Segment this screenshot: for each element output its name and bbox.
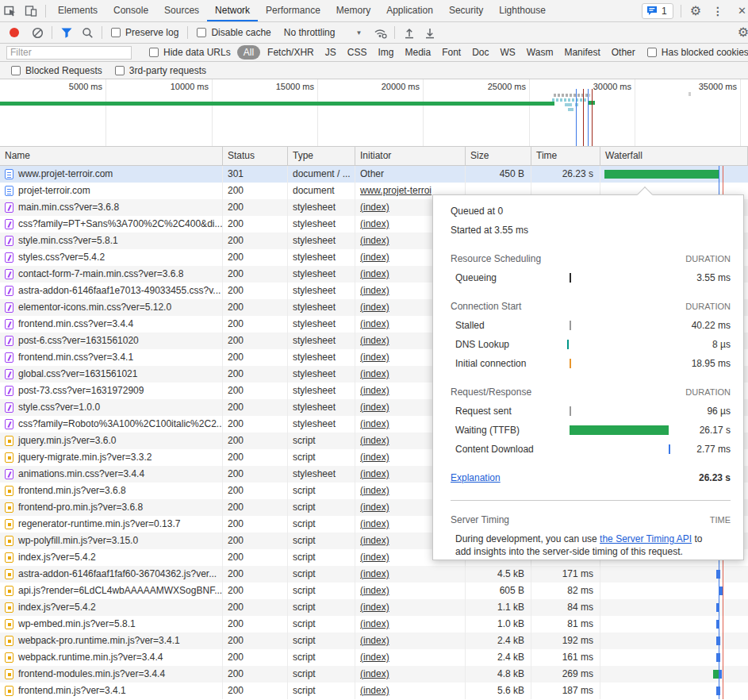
initiator-link[interactable]: (index) bbox=[360, 202, 389, 213]
clear-icon[interactable] bbox=[27, 22, 48, 43]
initiator-link[interactable]: (index) bbox=[360, 518, 389, 529]
initiator-link[interactable]: (index) bbox=[360, 385, 389, 396]
column-header-size[interactable]: Size bbox=[466, 147, 531, 165]
initiator-link[interactable]: (index) bbox=[360, 252, 389, 263]
initiator-link[interactable]: (index) bbox=[360, 568, 389, 579]
initiator-link[interactable]: (index) bbox=[360, 235, 389, 246]
column-header-time[interactable]: Time bbox=[531, 147, 600, 165]
initiator-link[interactable]: www.projet-terroi bbox=[360, 185, 432, 196]
tab-application[interactable]: Application bbox=[378, 0, 441, 21]
table-row[interactable]: frontend.min.js?ver=3.4.1200script(index… bbox=[0, 683, 748, 699]
tab-performance[interactable]: Performance bbox=[258, 0, 328, 21]
initiator-link[interactable]: (index) bbox=[360, 418, 389, 429]
type-filter-media[interactable]: Media bbox=[401, 45, 435, 60]
initiator-link[interactable]: (index) bbox=[360, 618, 389, 629]
settings-gear-icon[interactable]: ⚙ bbox=[685, 5, 706, 17]
initiator-link[interactable]: (index) bbox=[360, 685, 389, 696]
table-row[interactable]: index.js?ver=5.4.2200script(index)1.1 kB… bbox=[0, 599, 748, 616]
column-header-name[interactable]: Name bbox=[0, 147, 223, 165]
record-icon[interactable] bbox=[10, 28, 19, 37]
table-row[interactable]: api.js?render=6LdCL4wbAAAAAMWXSogBNF...2… bbox=[0, 583, 748, 599]
blocked-requests-checkbox[interactable] bbox=[11, 66, 21, 75]
initiator-link[interactable]: (index) bbox=[360, 635, 389, 646]
initiator-link[interactable]: (index) bbox=[360, 668, 389, 679]
table-row[interactable]: wp-embed.min.js?ver=5.8.1200script(index… bbox=[0, 616, 748, 633]
initiator-link[interactable]: (index) bbox=[360, 552, 389, 563]
column-header-type[interactable]: Type bbox=[288, 147, 355, 165]
column-header-status[interactable]: Status bbox=[223, 147, 288, 165]
column-header-waterfall[interactable]: Waterfall bbox=[600, 147, 748, 165]
network-settings-gear-icon[interactable]: ⚙ bbox=[733, 26, 748, 39]
initiator-link[interactable]: (index) bbox=[360, 368, 389, 379]
type-filter-doc[interactable]: Doc bbox=[468, 45, 493, 60]
server-timing-api-link[interactable]: the Server Timing API bbox=[600, 533, 692, 544]
chevron-down-icon[interactable]: ▼ bbox=[355, 29, 362, 37]
throttling-select[interactable]: No throttling bbox=[284, 27, 336, 38]
timing-value: 8 µs bbox=[712, 335, 731, 354]
close-icon[interactable]: ✕ bbox=[730, 5, 748, 17]
type-filter-css[interactable]: CSS bbox=[343, 45, 371, 60]
timing-label: Stalled bbox=[455, 316, 485, 335]
search-icon[interactable] bbox=[77, 22, 98, 43]
size-cell: 2.4 kB bbox=[466, 649, 531, 666]
has-blocked-cookies-checkbox[interactable] bbox=[647, 48, 657, 57]
type-filter-wasm[interactable]: Wasm bbox=[523, 45, 558, 60]
initiator-cell: (index) bbox=[355, 566, 466, 583]
table-row[interactable]: webpack.runtime.min.js?ver=3.4.4200scrip… bbox=[0, 649, 748, 666]
table-row[interactable]: frontend-modules.min.js?ver=3.4.4200scri… bbox=[0, 666, 748, 683]
tab-console[interactable]: Console bbox=[105, 0, 156, 21]
type-filter-fetch-xhr[interactable]: Fetch/XHR bbox=[263, 45, 318, 60]
initiator-link[interactable]: (index) bbox=[360, 335, 389, 346]
table-row[interactable]: www.projet-terroir.com301document / ...O… bbox=[0, 166, 748, 183]
initiator-link[interactable]: (index) bbox=[360, 402, 389, 413]
inspect-icon[interactable] bbox=[0, 1, 21, 21]
network-conditions-icon[interactable] bbox=[370, 22, 390, 43]
initiator-link[interactable]: (index) bbox=[360, 502, 389, 513]
type-filter-ws[interactable]: WS bbox=[497, 45, 520, 60]
explanation-link[interactable]: Explanation bbox=[451, 468, 501, 487]
type-filter-manifest[interactable]: Manifest bbox=[560, 45, 604, 60]
column-header-initiator[interactable]: Initiator bbox=[355, 147, 466, 165]
type-filter-other[interactable]: Other bbox=[608, 45, 639, 60]
type-filter-js[interactable]: JS bbox=[321, 45, 340, 60]
table-row[interactable]: webpack-pro.runtime.min.js?ver=3.4.1200s… bbox=[0, 633, 748, 649]
initiator-link[interactable]: (index) bbox=[360, 452, 389, 463]
type-filter-img[interactable]: Img bbox=[374, 45, 397, 60]
initiator-link[interactable]: (index) bbox=[360, 318, 389, 329]
tab-elements[interactable]: Elements bbox=[50, 0, 105, 21]
device-toolbar-icon[interactable] bbox=[21, 1, 41, 21]
initiator-link[interactable]: (index) bbox=[360, 268, 389, 279]
tab-memory[interactable]: Memory bbox=[328, 0, 378, 21]
initiator-link[interactable]: (index) bbox=[360, 352, 389, 363]
hide-data-urls-checkbox[interactable] bbox=[149, 48, 159, 57]
third-party-requests-checkbox[interactable] bbox=[115, 66, 125, 75]
initiator-link[interactable]: (index) bbox=[360, 285, 389, 296]
table-row[interactable]: astra-addon-6146faaf1faf60-36704362.js?v… bbox=[0, 566, 748, 583]
initiator-link[interactable]: (index) bbox=[360, 302, 389, 313]
export-har-icon[interactable] bbox=[420, 22, 440, 43]
initiator-link[interactable]: (index) bbox=[360, 585, 389, 596]
tab-lighthouse[interactable]: Lighthouse bbox=[491, 0, 554, 21]
request-name-cell: animations.min.css?ver=3.4.4 bbox=[0, 466, 223, 483]
filter-funnel-icon[interactable] bbox=[56, 22, 77, 43]
initiator-link[interactable]: (index) bbox=[360, 535, 389, 546]
initiator-link[interactable]: (index) bbox=[360, 468, 389, 479]
disable-cache-checkbox[interactable] bbox=[197, 28, 206, 37]
import-har-icon[interactable] bbox=[399, 22, 420, 43]
filter-input[interactable] bbox=[6, 46, 132, 60]
initiator-link[interactable]: (index) bbox=[360, 602, 389, 613]
type-filter-all[interactable]: All bbox=[237, 45, 260, 60]
initiator-link[interactable]: (index) bbox=[360, 218, 389, 229]
tab-security[interactable]: Security bbox=[441, 0, 491, 21]
issues-counter[interactable]: 1 bbox=[642, 3, 673, 19]
initiator-link[interactable]: (index) bbox=[360, 485, 389, 496]
more-options-icon[interactable]: ⋮ bbox=[706, 5, 730, 17]
initiator-link[interactable]: (index) bbox=[360, 435, 389, 446]
type-filter-font[interactable]: Font bbox=[438, 45, 465, 60]
tab-sources[interactable]: Sources bbox=[156, 0, 207, 21]
preserve-log-checkbox[interactable] bbox=[111, 28, 121, 37]
network-overview-timeline[interactable]: 5000 ms10000 ms15000 ms20000 ms25000 ms3… bbox=[0, 79, 748, 147]
tab-network[interactable]: Network bbox=[207, 0, 258, 21]
initiator-link[interactable]: (index) bbox=[360, 652, 389, 663]
script-icon bbox=[5, 569, 13, 579]
